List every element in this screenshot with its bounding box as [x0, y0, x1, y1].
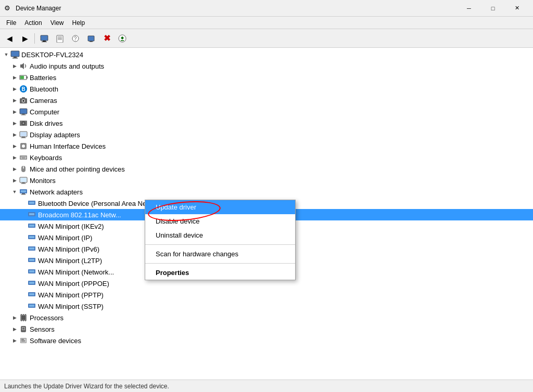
- tree-item-disk[interactable]: ▶ Disk drives: [0, 117, 533, 129]
- tree-label-bluetooth: Bluetooth: [30, 85, 58, 93]
- wan-ipv6-icon: [27, 244, 36, 254]
- context-menu-properties[interactable]: Properties: [145, 266, 295, 280]
- maximize-button[interactable]: □: [481, 0, 505, 17]
- toolbar-scan[interactable]: ?: [68, 31, 83, 46]
- menu-view[interactable]: View: [46, 18, 68, 28]
- svg-rect-28: [20, 109, 27, 114]
- menu-bar: File Action View Help: [0, 17, 533, 29]
- tree-label-wan-network: WAN Miniport (Network...: [38, 268, 114, 276]
- menu-action[interactable]: Action: [20, 18, 46, 28]
- tree-item-audio[interactable]: ▶ Audio inputs and outputs: [0, 60, 533, 72]
- tree-item-sensors[interactable]: ▶ Sensors: [0, 323, 533, 335]
- expand-display[interactable]: ▶: [10, 130, 19, 139]
- device-tree[interactable]: ▼ DESKTOP-FVL2324 ▶ Audio inputs and out…: [0, 48, 533, 380]
- toolbar-properties[interactable]: [53, 31, 67, 46]
- tree-item-display[interactable]: ▶ Display adapters: [0, 129, 533, 140]
- expand-cameras[interactable]: ▶: [10, 96, 19, 104]
- svg-text:?: ?: [74, 36, 77, 42]
- expand-disk[interactable]: ▶: [10, 119, 19, 127]
- tree-item-mice[interactable]: ▶ Mice and other pointing devices: [0, 163, 533, 175]
- toolbar: ◀ ▶ ? ✖: [0, 29, 533, 48]
- svg-rect-0: [41, 35, 48, 41]
- svg-rect-55: [21, 190, 26, 192]
- tree-label-software: Software devices: [30, 337, 81, 345]
- svg-rect-27: [22, 97, 25, 99]
- expand-root[interactable]: ▼: [2, 50, 10, 59]
- svg-rect-91: [21, 339, 24, 340]
- tree-item-root[interactable]: ▼ DESKTOP-FVL2324: [0, 49, 533, 60]
- tree-item-keyboards[interactable]: ▶ Keyboards: [0, 152, 533, 163]
- toolbar-computer[interactable]: [37, 31, 52, 46]
- wan-network-icon: [27, 267, 36, 277]
- tree-label-processors: Processors: [30, 314, 64, 322]
- svg-rect-17: [12, 58, 18, 59]
- sensor-icon: [19, 324, 28, 334]
- menu-file[interactable]: File: [2, 18, 20, 28]
- tree-item-network[interactable]: ▼ Network adapters: [0, 186, 533, 198]
- menu-help[interactable]: Help: [68, 18, 90, 28]
- app-icon: ⚙: [4, 4, 12, 12]
- close-button[interactable]: ✕: [505, 0, 529, 17]
- expand-mice[interactable]: ▶: [10, 165, 19, 173]
- context-menu-sep-1: [145, 244, 295, 245]
- tree-label-display: Display adapters: [30, 131, 80, 139]
- tree-item-wan-sstp[interactable]: ▶ WAN Miniport (SSTP): [0, 300, 533, 312]
- tree-label-audio: Audio inputs and outputs: [30, 62, 104, 70]
- context-menu-scan[interactable]: Scan for hardware changes: [145, 247, 295, 261]
- window-title: Device Manager: [16, 5, 457, 12]
- wan-pppoe-icon: [27, 279, 36, 288]
- wan-l2tp-icon: [27, 256, 36, 265]
- tree-label-wan-sstp: WAN Miniport (SSTP): [38, 303, 104, 310]
- svg-point-33: [23, 123, 24, 124]
- svg-point-88: [22, 328, 24, 330]
- tree-item-monitors[interactable]: ▶ Monitors: [0, 175, 533, 186]
- expand-network[interactable]: ▼: [10, 188, 19, 196]
- title-bar: ⚙ Device Manager ─ □ ✕: [0, 0, 533, 17]
- display-icon: [19, 130, 28, 139]
- tree-item-hid[interactable]: ▶ Human Interface Devices: [0, 140, 533, 152]
- toolbar-forward[interactable]: ▶: [18, 31, 32, 46]
- expand-computer[interactable]: ▶: [10, 108, 19, 116]
- disk-icon: [19, 119, 28, 128]
- context-menu-uninstall-device[interactable]: Uninstall device: [145, 228, 295, 242]
- tree-item-computer[interactable]: ▶ Computer: [0, 106, 533, 117]
- tree-item-bluetooth[interactable]: ▶ B Bluetooth: [0, 83, 533, 95]
- expand-hid[interactable]: ▶: [10, 142, 19, 150]
- svg-rect-36: [22, 137, 25, 138]
- expand-sensors[interactable]: ▶: [10, 325, 19, 333]
- expand-bluetooth[interactable]: ▶: [10, 85, 19, 93]
- tree-label-mice: Mice and other pointing devices: [30, 165, 125, 173]
- tree-item-wan-pptp[interactable]: ▶ WAN Miniport (PPTP): [0, 289, 533, 300]
- minimize-button[interactable]: ─: [457, 0, 481, 17]
- svg-rect-21: [20, 76, 24, 79]
- svg-rect-61: [29, 213, 34, 215]
- context-menu-update-driver[interactable]: Update driver: [145, 200, 295, 214]
- tree-item-cameras[interactable]: ▶ Cameras: [0, 95, 533, 106]
- expand-software[interactable]: ▶: [10, 336, 19, 345]
- svg-point-49: [23, 167, 24, 168]
- tree-label-sensors: Sensors: [30, 325, 55, 333]
- tree-item-processors[interactable]: ▶ Processors: [0, 312, 533, 323]
- svg-text:B: B: [21, 86, 25, 92]
- toolbar-update[interactable]: [84, 31, 98, 46]
- toolbar-back[interactable]: ◀: [2, 31, 17, 46]
- toolbar-remove[interactable]: ✖: [99, 31, 114, 46]
- svg-rect-56: [22, 193, 25, 194]
- expand-keyboards[interactable]: ▶: [10, 153, 19, 162]
- tree-item-software[interactable]: ▶ Software devices: [0, 335, 533, 346]
- expand-audio[interactable]: ▶: [10, 62, 19, 70]
- expand-processors[interactable]: ▶: [10, 313, 19, 322]
- tree-item-batteries[interactable]: ▶ Batteries: [0, 72, 533, 83]
- svg-rect-29: [22, 114, 25, 115]
- svg-rect-3: [57, 35, 63, 43]
- svg-rect-92: [21, 341, 25, 342]
- tree-label-wan-l2tp: WAN Miniport (L2TP): [38, 257, 102, 265]
- computer-icon: [10, 50, 20, 59]
- tree-label-network: Network adapters: [30, 188, 83, 196]
- svg-rect-59: [29, 202, 34, 204]
- toolbar-download[interactable]: [115, 31, 130, 46]
- expand-monitors[interactable]: ▶: [10, 176, 19, 185]
- context-menu-disable-device[interactable]: Disable device: [145, 214, 295, 228]
- expand-batteries[interactable]: ▶: [10, 73, 19, 82]
- tree-label-wan-ipv6: WAN Miniport (IPv6): [38, 245, 99, 253]
